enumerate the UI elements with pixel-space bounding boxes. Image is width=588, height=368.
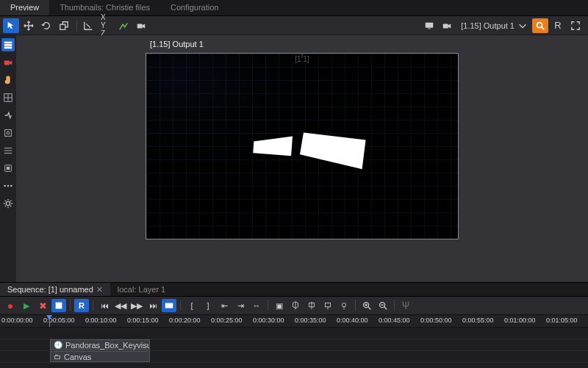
- ruler-tick: 0:00:45:00: [379, 317, 410, 324]
- marker-b-button[interactable]: [304, 299, 319, 312]
- svg-rect-3: [428, 28, 431, 29]
- sidebar-options-button[interactable]: [1, 179, 15, 192]
- marker-a-button[interactable]: [288, 299, 303, 312]
- sidebar-tool-b-button[interactable]: [1, 126, 15, 140]
- tab-local[interactable]: local: Layer 1: [110, 283, 173, 296]
- fullscreen-button[interactable]: [567, 18, 584, 33]
- sidebar-tool-d-button[interactable]: [1, 162, 15, 175]
- scale-tool-button[interactable]: [56, 18, 72, 33]
- tab-sequence-label: Sequence: [1] unnamed: [7, 285, 93, 294]
- timeline-tool-b-button[interactable]: [162, 299, 176, 312]
- bracket-open-button[interactable]: [: [184, 299, 199, 312]
- svg-rect-2: [426, 22, 434, 27]
- tab-sequence[interactable]: Sequence: [1] unnamed ✕: [0, 283, 110, 296]
- bracket-close-button[interactable]: ]: [201, 299, 215, 312]
- preview-viewport[interactable]: [1.1]: [146, 53, 459, 239]
- svg-rect-1: [137, 24, 143, 28]
- marker-d-button[interactable]: [337, 299, 351, 312]
- chevron-down-icon: [517, 21, 528, 31]
- svg-rect-4: [443, 24, 448, 28]
- playhead-marker[interactable]: [49, 315, 50, 327]
- sidebar-tool-a-button[interactable]: [1, 109, 15, 122]
- trident-button[interactable]: [398, 299, 413, 312]
- search-button[interactable]: [532, 18, 548, 33]
- zoom-out-button[interactable]: [376, 299, 390, 312]
- sidebar-layers-button[interactable]: [1, 38, 15, 51]
- step-fwd-button[interactable]: ▶▶: [129, 299, 144, 312]
- sidebar-hand-button[interactable]: [1, 73, 15, 87]
- marker-c-button[interactable]: [320, 299, 335, 312]
- svg-point-17: [6, 201, 10, 205]
- camera-button[interactable]: [133, 18, 149, 33]
- timeline-toolbar: ● ▶ ✖ R ⏮ ◀◀ ▶▶ ⏭ [ ] ⇤ ⇥ ↔ ▣: [0, 297, 588, 314]
- output-selector-label: [1.15] Output 1: [461, 21, 514, 30]
- svg-point-16: [10, 185, 12, 187]
- clock-icon: 🕘: [54, 341, 62, 349]
- display-icon[interactable]: [421, 18, 437, 33]
- preview-holder: [1.15] Output 1 [1.1]: [16, 35, 588, 282]
- sidebar-camera-button[interactable]: [1, 56, 15, 69]
- clip-keyvisual[interactable]: 🕘 Pandoras_Box_Keyvisual_V6: [50, 339, 150, 350]
- zoom-in-button[interactable]: [359, 299, 374, 312]
- content-area: [1.15] Output 1 [1.1]: [0, 35, 588, 282]
- ruler-tick: 0:01:05:00: [546, 317, 578, 324]
- ruler-tick: 0:00:30:00: [253, 317, 284, 324]
- separator: [76, 20, 77, 32]
- svg-rect-24: [326, 303, 331, 307]
- ruler-tick: 0:00:15:00: [127, 317, 159, 324]
- svg-rect-7: [4, 44, 12, 46]
- track-row: 🗀 Canvas: [0, 351, 588, 363]
- path-tool-button[interactable]: [115, 18, 132, 33]
- clip-label: Pandoras_Box_Keyvisual_V6: [65, 341, 150, 350]
- ruler-tick: 0:00:40:00: [337, 317, 368, 324]
- sidebar-grid-button[interactable]: [1, 91, 15, 104]
- ruler-tick: 0:00:55:00: [462, 317, 494, 324]
- frame-button[interactable]: ▣: [272, 299, 287, 312]
- play-button[interactable]: ▶: [19, 299, 34, 312]
- svg-point-5: [537, 22, 542, 27]
- go-start-button[interactable]: ⏮: [97, 299, 112, 312]
- track-row: [0, 328, 588, 339]
- svg-rect-22: [56, 303, 62, 309]
- ruler-tick: 0:00:50:00: [420, 317, 452, 324]
- ruler-tick: 0:00:35:00: [295, 317, 326, 324]
- r-button[interactable]: R: [550, 18, 566, 33]
- timeline-tool-a-button[interactable]: [51, 299, 66, 312]
- svg-rect-6: [4, 42, 12, 44]
- svg-rect-0: [60, 24, 65, 29]
- align-left-button[interactable]: ⇤: [217, 299, 232, 312]
- record-button[interactable]: ●: [3, 299, 18, 312]
- align-right-button[interactable]: ⇥: [233, 299, 248, 312]
- stop-button[interactable]: ✖: [35, 299, 50, 312]
- move-tool-button[interactable]: [21, 18, 37, 33]
- axis-toggle-button[interactable]: [80, 18, 96, 33]
- ruler-tick: 0:01:00:00: [504, 317, 536, 324]
- output-selector[interactable]: [1.15] Output 1: [456, 21, 532, 31]
- folder-icon: 🗀: [54, 353, 61, 361]
- svg-point-15: [7, 185, 10, 187]
- timeline-tracks: 🕘 Pandoras_Box_Keyvisual_V6 🗀 Canvas: [0, 328, 588, 368]
- timeline-r-button[interactable]: R: [74, 299, 89, 312]
- track-gutter: [0, 339, 50, 350]
- tab-sequence-close[interactable]: ✕: [96, 285, 103, 295]
- video-icon[interactable]: [439, 18, 455, 33]
- preview-content: [146, 54, 458, 239]
- timeline-ruler[interactable]: 0:00:00:000:00:05:000:00:10:000:00:15:00…: [0, 314, 588, 328]
- tab-preview[interactable]: Preview: [0, 0, 49, 15]
- svg-point-12: [7, 131, 10, 134]
- svg-point-25: [342, 303, 345, 307]
- arrows-h-button[interactable]: ↔: [249, 299, 264, 312]
- sequence-tabs: Sequence: [1] unnamed ✕ local: Layer 1: [0, 282, 588, 297]
- track-row: 🕘 Pandoras_Box_Keyvisual_V6: [0, 339, 588, 351]
- select-tool-button[interactable]: [3, 18, 19, 33]
- svg-rect-9: [4, 60, 10, 65]
- step-back-button[interactable]: ◀◀: [113, 299, 128, 312]
- clip-canvas[interactable]: 🗀 Canvas: [50, 351, 150, 362]
- rotate-tool-button[interactable]: [38, 18, 54, 33]
- tab-configuration[interactable]: Configuration: [160, 0, 229, 15]
- xyz-label[interactable]: X Y Z: [98, 18, 114, 33]
- sidebar-settings-button[interactable]: [1, 197, 15, 210]
- sidebar-tool-c-button[interactable]: [1, 144, 15, 157]
- go-end-button[interactable]: ⏭: [146, 299, 160, 312]
- ruler-tick: 0:00:20:00: [169, 317, 201, 324]
